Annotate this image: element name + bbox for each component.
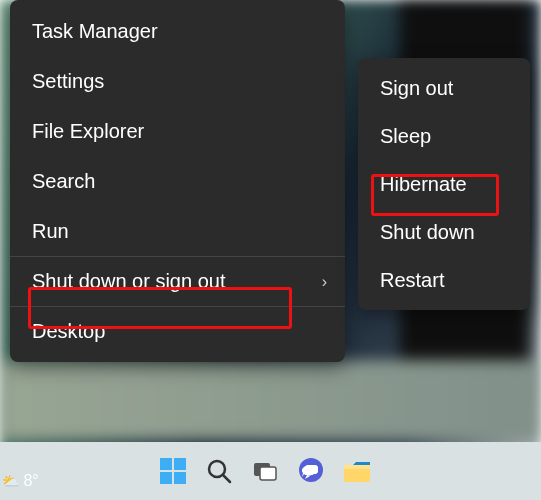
winx-menu: Task Manager Settings File Explorer Sear… bbox=[10, 0, 345, 362]
menu-item-task-manager[interactable]: Task Manager bbox=[10, 6, 345, 56]
temperature-value: 8° bbox=[23, 472, 38, 489]
svg-rect-12 bbox=[305, 465, 318, 474]
submenu-item-restart[interactable]: Restart bbox=[358, 256, 530, 304]
task-view-button[interactable] bbox=[242, 448, 288, 494]
menu-item-file-explorer[interactable]: File Explorer bbox=[10, 106, 345, 156]
menu-item-run[interactable]: Run bbox=[10, 206, 345, 256]
svg-rect-0 bbox=[160, 458, 172, 470]
windows-start-icon bbox=[158, 456, 188, 486]
cloud-sun-icon: ⛅ bbox=[2, 473, 19, 489]
menu-item-label: Run bbox=[32, 220, 69, 243]
power-submenu: Sign out Sleep Hibernate Shut down Resta… bbox=[358, 58, 530, 310]
svg-line-5 bbox=[223, 475, 230, 482]
taskbar bbox=[0, 442, 541, 500]
submenu-item-shut-down[interactable]: Shut down bbox=[358, 208, 530, 256]
chat-icon bbox=[296, 456, 326, 486]
task-view-icon bbox=[251, 457, 279, 485]
menu-item-desktop[interactable]: Desktop bbox=[10, 306, 345, 356]
menu-item-label: Sleep bbox=[380, 125, 431, 148]
menu-item-label: Settings bbox=[32, 70, 104, 93]
svg-rect-14 bbox=[344, 465, 370, 469]
submenu-item-hibernate[interactable]: Hibernate bbox=[358, 160, 530, 208]
folder-icon bbox=[342, 457, 372, 485]
menu-item-label: Shut down or sign out bbox=[32, 270, 225, 293]
svg-rect-1 bbox=[174, 458, 186, 470]
menu-item-label: Shut down bbox=[380, 221, 475, 244]
menu-item-label: Hibernate bbox=[380, 173, 467, 196]
menu-item-label: Desktop bbox=[32, 320, 105, 343]
submenu-item-sleep[interactable]: Sleep bbox=[358, 112, 530, 160]
menu-item-label: Restart bbox=[380, 269, 444, 292]
menu-item-search[interactable]: Search bbox=[10, 156, 345, 206]
chevron-right-icon: › bbox=[322, 273, 327, 291]
search-icon bbox=[205, 457, 233, 485]
svg-rect-7 bbox=[260, 467, 276, 480]
menu-item-settings[interactable]: Settings bbox=[10, 56, 345, 106]
chat-button[interactable] bbox=[288, 448, 334, 494]
svg-rect-2 bbox=[160, 472, 172, 484]
submenu-item-sign-out[interactable]: Sign out bbox=[358, 64, 530, 112]
file-explorer-button[interactable] bbox=[334, 448, 380, 494]
menu-item-label: Search bbox=[32, 170, 95, 193]
menu-item-label: Task Manager bbox=[32, 20, 158, 43]
taskbar-search-button[interactable] bbox=[196, 448, 242, 494]
menu-item-label: File Explorer bbox=[32, 120, 144, 143]
menu-item-label: Sign out bbox=[380, 77, 453, 100]
svg-rect-3 bbox=[174, 472, 186, 484]
menu-item-shutdown-signout[interactable]: Shut down or sign out › bbox=[10, 256, 345, 306]
weather-widget[interactable]: ⛅ 8° bbox=[2, 472, 39, 490]
start-button[interactable] bbox=[150, 448, 196, 494]
